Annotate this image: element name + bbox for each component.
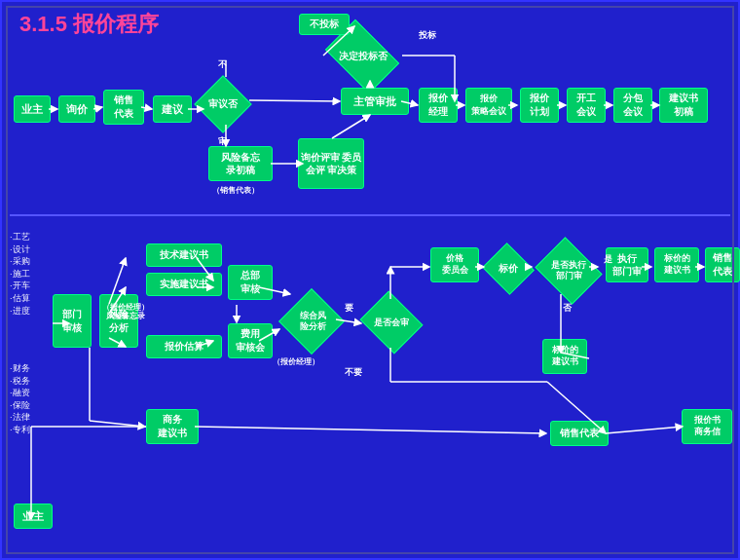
- page-container: 3.1.5 报价程序: [0, 0, 740, 560]
- node-shishi-jianyi: 实施建议书: [146, 273, 222, 296]
- label-bu: 不: [218, 58, 227, 71]
- node-xunjia: 询价: [58, 95, 95, 123]
- node-jianyi: 建议: [153, 95, 192, 123]
- node-bu-toubiao: 不投标: [299, 14, 350, 35]
- label-baojia-jingli2b: 风险备忘录: [106, 311, 145, 321]
- node-baojia-jingli: 报价 经理: [419, 88, 458, 123]
- node-biaojia: 标价: [483, 247, 534, 290]
- node-xiaoshou-daibiao: 销售 代表: [103, 90, 144, 125]
- node-xiaoshou-daibiao3: 销售代表: [550, 421, 609, 446]
- node-yezhu2: 业主: [14, 504, 53, 529]
- node-shifor-huishen: 是否会审: [358, 294, 425, 351]
- node-jiage-weiyuanhui: 价格 委员会: [430, 247, 479, 282]
- node-bumen-shenhe: 部门 审核: [53, 294, 92, 348]
- node-xiaoshou-daibiao2: 销售 代表: [705, 247, 740, 282]
- node-zongbu-shenhe: 总部 审核: [228, 265, 273, 300]
- node-yeZhu: 业主: [14, 95, 51, 123]
- node-shenyifou: 审议否: [195, 76, 251, 132]
- node-baojia-shangwu: 报价书 商务信: [682, 409, 732, 444]
- node-biaojia-jianyi2: 标价的 建议书: [542, 339, 587, 374]
- node-fenbao-huiyi: 分包 会议: [613, 88, 652, 123]
- page-title: 3.1.5 报价程序: [19, 10, 159, 39]
- svg-line-45: [606, 427, 683, 433]
- node-baojia-gusuan: 报价估算: [146, 335, 222, 358]
- svg-line-7: [249, 100, 340, 101]
- svg-line-8: [332, 115, 370, 138]
- node-kaigong-huiyi: 开工 会议: [567, 88, 606, 123]
- node-zhuguan-shenpi: 主管审批: [341, 88, 409, 115]
- left-list-2: ·财务 ·税务 ·融资 ·保险 ·法律 ·专利: [10, 362, 30, 436]
- node-biaojia-jianyi1: 标价的 建议书: [654, 247, 699, 282]
- label-buyao: 不要: [345, 366, 362, 379]
- node-fengxian-beiwanglu: 风险备忘 录初稿: [208, 146, 273, 181]
- label-xiaoshou-daibiao: （销售代表）: [212, 185, 259, 196]
- node-jianyi-chugao: 建议书 初稿: [659, 88, 708, 123]
- node-zonghe-fengxian: 综合风险分析: [278, 290, 347, 353]
- node-feiyong-shenhe: 费用 审核会: [228, 323, 273, 358]
- left-list-1: ·工艺 ·设计 ·采购 ·施工 ·开车 ·估算 ·进度: [10, 231, 30, 317]
- label-yao: 要: [345, 302, 353, 315]
- label-shi: 是: [604, 253, 612, 266]
- node-shangwu-jianyi: 商务 建议书: [146, 409, 199, 444]
- label-toubiao: 投标: [419, 29, 436, 42]
- node-xunjia-pingwei: 询价评审 委员会评 审决策: [298, 138, 364, 189]
- section-divider: [10, 214, 730, 216]
- label-fou: 否: [563, 302, 572, 315]
- node-celve-huiyi: 报价 策略会议: [465, 88, 512, 123]
- node-jueding-toubiaofu: 决定投标否: [321, 29, 405, 84]
- node-shifor-zhixing: 是否执行部门审: [535, 243, 603, 298]
- node-jishu-jianyi: 技术建议书: [146, 243, 222, 267]
- svg-line-44: [195, 427, 546, 433]
- label-baojia-jingli3: （报价经理）: [273, 356, 319, 367]
- node-baojia-jihua: 报价 计划: [520, 88, 559, 123]
- label-shen: 审: [218, 135, 227, 148]
- svg-line-47: [90, 421, 145, 427]
